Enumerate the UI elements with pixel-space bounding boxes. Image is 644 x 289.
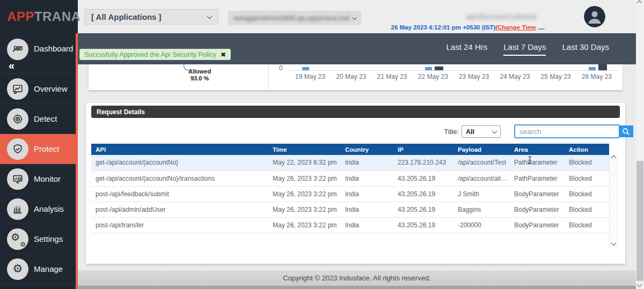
cell-payload: /api/account/Test xyxy=(453,155,510,171)
scroll-down-icon[interactable] xyxy=(637,282,642,287)
table-scrollbar[interactable] xyxy=(609,155,618,248)
time-range-tabs: Last 24 Hrs Last 7 Days Last 30 Days xyxy=(447,33,609,64)
sidebar-item-label: Overview xyxy=(34,84,68,93)
copyright-text: Copyright © 2023 Indusface. All rights r… xyxy=(283,274,431,282)
x-tick: 20 May 23 xyxy=(331,73,371,80)
search-input[interactable] xyxy=(515,125,619,137)
scroll-down-icon[interactable] xyxy=(611,241,617,246)
table-row[interactable]: get-/api/account/{accountNo}/transaction… xyxy=(91,171,609,186)
pie-slice-value: 93.0 % xyxy=(188,75,211,82)
request-details-titlebar: Request Details xyxy=(91,106,620,118)
sidebar-item-label: Analysis xyxy=(34,204,64,213)
footer-strip xyxy=(78,286,636,289)
tab-last-7-days[interactable]: Last 7 Days xyxy=(503,42,546,56)
cell-time: May 22, 2023 6:32 pm xyxy=(268,155,341,171)
all-applications-dropdown[interactable]: [ All Applications ] xyxy=(84,9,218,25)
sidebar-item-dashboard[interactable]: Dashboard « xyxy=(0,33,76,74)
toolbar: Succssfully Approved the Api Security Po… xyxy=(78,33,636,64)
settings-icon: ⚙⚙ xyxy=(7,228,28,250)
domain-dropdown[interactable]: swaggerdemo1905.qa.apptrana.ind xyxy=(228,11,361,25)
cell-country: India xyxy=(341,202,393,217)
tab-last-24-hrs[interactable]: Last 24 Hrs xyxy=(447,42,488,56)
protect-icon xyxy=(7,138,28,160)
mini-bar xyxy=(589,67,596,70)
table-row[interactable]: post-/api/admin/addUser May 26, 2023 3:2… xyxy=(91,202,609,217)
cell-time: May 26, 2023 3:22 pm xyxy=(268,171,341,186)
apptrana-logo[interactable]: APPTRANA xyxy=(0,0,78,33)
x-axis-tick-labels: 19 May 23 20 May 23 21 May 23 22 May 23 … xyxy=(290,73,617,80)
manage-icon: ⚙ xyxy=(7,258,28,280)
account-username-blurred: apidiscoverydemo xyxy=(466,12,537,21)
sidebar-item-label: Detect xyxy=(34,114,57,123)
col-action: Action xyxy=(565,144,609,155)
cell-api: post-/api/transfer xyxy=(91,217,268,233)
title-filter-selected: All xyxy=(466,128,474,136)
chevron-down-icon xyxy=(352,14,357,20)
mini-bar xyxy=(302,67,309,70)
table-row[interactable]: post-/api/feedback/submit May 26, 2023 3… xyxy=(91,186,609,202)
title-filter-label: Title: xyxy=(429,128,459,136)
change-time-link[interactable]: (Change Time xyxy=(495,24,536,31)
cell-payload: J Smith xyxy=(453,186,510,202)
request-details-card: Request Details Title: All API Time Coun… xyxy=(86,103,625,264)
collapse-sidebar-icon[interactable]: « xyxy=(9,60,14,71)
cell-ip: 43.205.26.19 xyxy=(393,202,453,217)
toast-close-icon[interactable]: ✖ xyxy=(221,51,226,58)
datetime-text: 26 May 2023 4:12:01 pm +0530 (IST) xyxy=(391,24,496,31)
scrollbar-thumb[interactable] xyxy=(636,161,643,281)
page-scrollbar[interactable] xyxy=(636,0,644,289)
cell-action: Blocked xyxy=(565,171,609,186)
cell-ip: 43.205.26.19 xyxy=(393,171,453,186)
cell-area: PathParameter xyxy=(510,171,565,186)
user-avatar[interactable] xyxy=(584,6,605,27)
top-header: [ All Applications ] swaggerdemo1905.qa.… xyxy=(78,0,636,33)
x-tick: 24 May 23 xyxy=(494,73,535,80)
cell-time: May 26, 2023 3:22 pm xyxy=(268,202,341,217)
sidebar-nav: Dashboard « Overview Detect Protect xyxy=(0,33,76,289)
sidebar-item-overview[interactable]: Overview xyxy=(0,74,76,104)
chevron-down-icon xyxy=(492,128,497,134)
cell-action: Blocked xyxy=(565,217,609,233)
cell-api: post-/api/admin/addUser xyxy=(91,202,268,217)
col-payload: Payload xyxy=(453,144,510,155)
x-tick: 19 May 23 xyxy=(290,73,331,80)
sidebar-item-protect[interactable]: Protect xyxy=(0,134,76,164)
cell-api: get-/api/account/{accountNo}/transaction… xyxy=(91,171,268,186)
chevron-down-icon xyxy=(207,13,213,19)
datetime-ellipsis: .... xyxy=(536,24,545,31)
cell-api: get-/api/account/{accountNo} xyxy=(91,155,268,171)
sidebar-item-analysis[interactable]: Analysis xyxy=(0,194,76,224)
cell-area: BodyParameter xyxy=(510,202,565,217)
sidebar-item-label: Dashboard xyxy=(34,44,73,53)
tab-last-30-days[interactable]: Last 30 Days xyxy=(562,42,609,56)
cell-api: post-/api/feedback/submit xyxy=(91,186,268,202)
dashboard-icon xyxy=(7,39,28,60)
col-country: Country xyxy=(341,144,393,155)
x-tick: 25 May 23 xyxy=(536,73,576,80)
cell-action: Blocked xyxy=(565,186,609,202)
col-time: Time xyxy=(268,144,341,155)
pie-data-label: Allowed 93.0 % xyxy=(188,68,211,82)
mini-bar xyxy=(598,64,607,70)
cell-area: BodyParameter xyxy=(510,186,565,202)
current-datetime: 26 May 2023 4:12:01 pm +0530 (IST)(Chang… xyxy=(391,24,545,31)
scroll-up-icon[interactable] xyxy=(637,1,642,6)
toast-message: Succssfully Approved the Api Security Po… xyxy=(84,51,216,58)
title-filter-select[interactable]: All xyxy=(462,125,501,138)
all-applications-label: [ All Applications ] xyxy=(91,12,162,21)
cell-country: India xyxy=(341,186,393,202)
sidebar-item-settings[interactable]: ⚙⚙ Settings xyxy=(0,224,76,254)
cell-country: India xyxy=(341,155,393,171)
sidebar-item-monitor[interactable]: Monitor xyxy=(0,164,76,194)
charts-card: Allowed 93.0 % 0 19 May 23 20 May 23 21 … xyxy=(89,64,623,90)
app-screen: APPTRANA Dashboard « Overview Detect xyxy=(0,0,644,289)
overview-icon xyxy=(7,78,28,100)
search-box xyxy=(514,124,620,138)
cell-country: India xyxy=(341,171,393,186)
footer: Copyright © 2023 Indusface. All rights r… xyxy=(78,270,636,286)
scroll-up-icon[interactable] xyxy=(611,155,617,161)
table-row[interactable]: post-/api/transfer May 26, 2023 3:22 pm … xyxy=(91,217,609,233)
search-button[interactable] xyxy=(619,125,633,137)
sidebar-item-detect[interactable]: Detect xyxy=(0,104,76,134)
sidebar-item-manage[interactable]: ⚙ Manage xyxy=(0,254,76,284)
